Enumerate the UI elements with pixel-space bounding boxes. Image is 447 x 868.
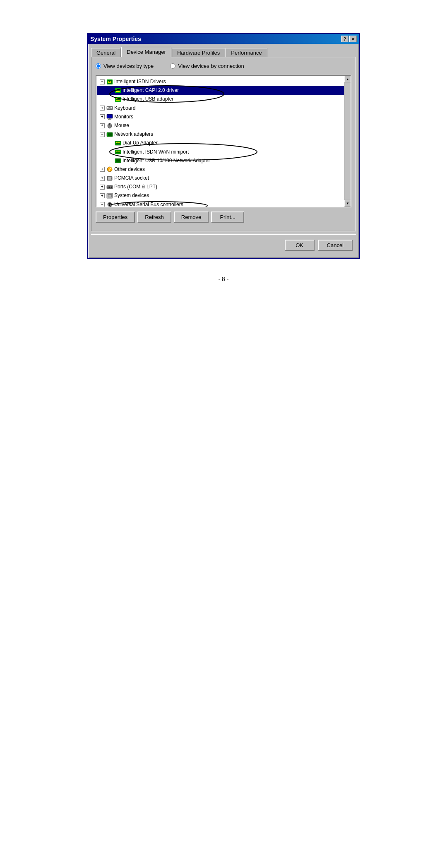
tree-item-label: PCMCIA socket bbox=[114, 174, 149, 182]
tree-item[interactable]: Intelligent USB 10/100 Network Adapter bbox=[97, 156, 350, 165]
collapse-icon[interactable]: − bbox=[100, 202, 105, 207]
svg-rect-9 bbox=[116, 91, 120, 92]
page-number: - 8 - bbox=[219, 276, 229, 282]
tree-item-label: Keyboard bbox=[114, 104, 135, 112]
tree-item[interactable]: +?Other devices bbox=[97, 165, 350, 174]
svg-rect-25 bbox=[109, 118, 111, 119]
keyboard-device-icon bbox=[106, 105, 113, 111]
expand-icon[interactable]: + bbox=[100, 176, 105, 181]
svg-point-51 bbox=[108, 186, 109, 188]
tree-item[interactable]: −Intelligent ISDN Drivers bbox=[97, 77, 350, 86]
device-tree: −Intelligent ISDN DriversIntelligent CAP… bbox=[96, 76, 351, 207]
tree-item-label: Dial-Up Adapter bbox=[123, 139, 158, 147]
expand-icon[interactable]: + bbox=[100, 123, 105, 128]
tree-item[interactable]: Dial-Up Adapter bbox=[97, 139, 350, 147]
svg-rect-30 bbox=[108, 133, 112, 136]
tree-item-label: Monitors bbox=[114, 113, 133, 121]
scroll-down-button[interactable]: ▼ bbox=[344, 200, 351, 207]
svg-rect-31 bbox=[108, 134, 109, 134]
scroll-track[interactable] bbox=[344, 82, 351, 200]
ok-button[interactable]: OK bbox=[285, 240, 315, 251]
svg-rect-38 bbox=[116, 151, 120, 153]
tree-item[interactable]: +Monitors bbox=[97, 113, 350, 121]
svg-text:?: ? bbox=[108, 167, 111, 172]
page-wrapper: System Properties ? ✕ General Device Man… bbox=[0, 0, 447, 868]
action-buttons-row: Properties Refresh Remove Print... bbox=[96, 212, 351, 223]
tab-hardware-profiles[interactable]: Hardware Profiles bbox=[172, 48, 225, 58]
tree-item[interactable]: +Ports (COM & LPT) bbox=[97, 183, 350, 191]
radio-by-connection-input[interactable] bbox=[170, 63, 175, 69]
expand-icon[interactable]: + bbox=[100, 114, 105, 119]
svg-rect-8 bbox=[118, 89, 120, 90]
tree-item-label: Universal Serial Bus controllers bbox=[114, 201, 183, 207]
expand-icon[interactable]: + bbox=[100, 106, 105, 111]
expand-icon[interactable]: + bbox=[100, 193, 105, 198]
svg-rect-4 bbox=[108, 82, 111, 83]
radio-by-type[interactable]: View devices by type bbox=[96, 63, 154, 69]
ports-device-icon bbox=[106, 184, 113, 190]
tree-item-label: Intelligent ISDN Drivers bbox=[114, 78, 166, 86]
tree-item-label: Mouse bbox=[114, 122, 129, 130]
network-device-icon bbox=[115, 140, 121, 146]
tree-item[interactable]: Intelligent ISDN WAN miniport bbox=[97, 148, 350, 156]
svg-rect-20 bbox=[107, 108, 108, 108]
tree-item[interactable]: Intelligent USB adapter bbox=[97, 95, 350, 103]
network-device-icon bbox=[115, 149, 121, 155]
tree-item[interactable]: +Mouse bbox=[97, 121, 350, 130]
tree-item-label: Intelligent ISDN WAN miniport bbox=[123, 148, 189, 156]
cancel-button[interactable]: Cancel bbox=[318, 240, 353, 251]
radio-by-connection[interactable]: View devices by connection bbox=[170, 63, 244, 69]
isdn-device-icon bbox=[115, 88, 121, 94]
mouse-device-icon bbox=[106, 123, 113, 129]
svg-rect-26 bbox=[108, 119, 111, 120]
radio-by-type-label: View devices by type bbox=[103, 63, 154, 69]
remove-button[interactable]: Remove bbox=[174, 212, 209, 223]
expand-icon[interactable]: + bbox=[100, 167, 105, 172]
expand-icon[interactable]: + bbox=[100, 185, 105, 190]
tree-item[interactable]: Intelligent CAPI 2.0 driver bbox=[97, 86, 350, 95]
collapse-icon[interactable]: − bbox=[100, 79, 105, 84]
refresh-button[interactable]: Refresh bbox=[137, 212, 171, 223]
tree-item[interactable]: −Universal Serial Bus controllers bbox=[97, 200, 350, 207]
network-device-icon bbox=[106, 132, 113, 137]
scrollbar[interactable]: ▲ ▼ bbox=[344, 76, 351, 207]
tab-device-manager[interactable]: Device Manager bbox=[121, 47, 171, 57]
tab-general[interactable]: General bbox=[91, 48, 121, 58]
svg-rect-17 bbox=[108, 107, 109, 108]
svg-rect-14 bbox=[116, 100, 120, 101]
usb-device-icon bbox=[106, 202, 113, 207]
system-properties-dialog: System Properties ? ✕ General Device Man… bbox=[87, 33, 360, 259]
separator bbox=[91, 234, 356, 235]
tree-item-label: Intelligent USB adapter bbox=[123, 95, 173, 103]
svg-rect-21 bbox=[108, 108, 111, 108]
svg-rect-3 bbox=[110, 81, 111, 82]
radio-by-type-input[interactable] bbox=[96, 63, 101, 69]
svg-rect-13 bbox=[118, 98, 120, 99]
svg-rect-39 bbox=[116, 151, 118, 151]
tab-performance[interactable]: Performance bbox=[226, 48, 267, 58]
isdn-device-icon bbox=[115, 96, 121, 102]
close-button[interactable]: ✕ bbox=[349, 36, 357, 42]
dialog-content: General Device Manager Hardware Profiles… bbox=[88, 44, 359, 258]
svg-rect-40 bbox=[118, 151, 120, 151]
svg-rect-16 bbox=[107, 107, 108, 108]
tree-item[interactable]: +PCMCIA socket bbox=[97, 174, 350, 183]
help-button[interactable]: ? bbox=[341, 36, 348, 42]
properties-button[interactable]: Properties bbox=[96, 212, 135, 223]
question-device-icon: ? bbox=[106, 166, 113, 172]
tree-item[interactable]: +Keyboard bbox=[97, 104, 350, 113]
svg-rect-49 bbox=[111, 178, 112, 179]
svg-rect-32 bbox=[110, 134, 111, 134]
tree-item[interactable]: −Network adapters bbox=[97, 130, 350, 139]
device-tree-container: −Intelligent ISDN DriversIntelligent CAP… bbox=[96, 75, 351, 207]
title-bar: System Properties ? ✕ bbox=[88, 34, 359, 44]
scroll-up-button[interactable]: ▲ bbox=[344, 76, 351, 82]
svg-rect-12 bbox=[116, 98, 118, 99]
tree-item-label: System devices bbox=[114, 192, 149, 200]
svg-rect-19 bbox=[111, 107, 112, 108]
svg-rect-34 bbox=[116, 142, 120, 144]
print-button[interactable]: Print... bbox=[211, 212, 244, 223]
tree-item[interactable]: +System devices bbox=[97, 191, 350, 200]
svg-rect-22 bbox=[111, 108, 112, 108]
collapse-icon[interactable]: − bbox=[100, 132, 105, 137]
